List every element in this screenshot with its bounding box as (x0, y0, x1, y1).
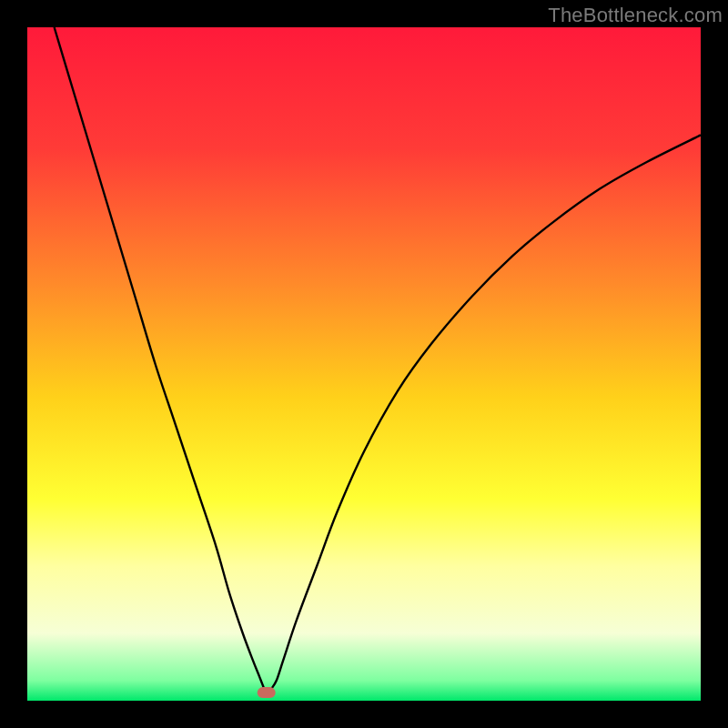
chart-frame: TheBottleneck.com (0, 0, 728, 728)
gradient-background (27, 27, 701, 701)
plot-area (27, 27, 701, 701)
minimum-marker (258, 687, 276, 698)
plot-svg (27, 27, 701, 701)
watermark-label: TheBottleneck.com (548, 4, 723, 27)
